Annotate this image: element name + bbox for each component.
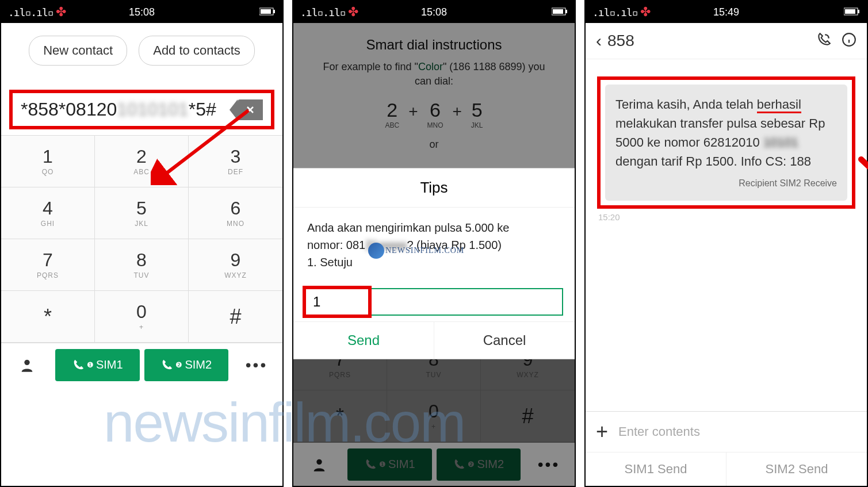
key-4[interactable]: 4GHI	[1, 187, 95, 239]
key-hash[interactable]: #	[189, 291, 282, 343]
bottom-bar: ❶SIM1 ❷SIM2 •••	[1, 343, 282, 386]
message-bubble: Terima kasih, Anda telah berhasil melaku…	[605, 85, 847, 201]
svg-point-4	[24, 359, 29, 365]
send-button[interactable]: Send	[293, 322, 434, 359]
sim2-send-button[interactable]: SIM2 Send	[726, 453, 867, 486]
signal-icon: .ıl▫.ıl▫	[300, 6, 346, 18]
new-contact-button[interactable]: New contact	[29, 36, 127, 66]
call-sim1-button[interactable]: ❶SIM1	[55, 349, 140, 381]
screen-sms: .ıl▫.ıl▫✤ 15:49 ‹ 858 Terima kasih, Anda…	[584, 0, 868, 487]
svg-rect-10	[858, 10, 859, 13]
message-time: 15:20	[598, 212, 867, 222]
status-time: 15:08	[129, 6, 155, 18]
attach-button[interactable]: +	[596, 420, 608, 444]
status-time: 15:49	[713, 6, 739, 18]
carrier-icon: ✤	[56, 5, 66, 20]
sender-title: 858	[607, 32, 806, 50]
key-6[interactable]: 6MNO	[189, 187, 282, 239]
cancel-button[interactable]: Cancel	[434, 322, 575, 359]
checkmark-annotation	[855, 139, 868, 179]
key-star[interactable]: *	[1, 291, 95, 343]
svg-rect-6	[565, 10, 567, 13]
info-icon[interactable]	[831, 32, 856, 49]
carrier-icon: ✤	[640, 5, 651, 20]
ussd-input[interactable]	[305, 288, 563, 316]
key-7[interactable]: 7PQRS	[1, 239, 95, 291]
back-button[interactable]: ‹	[596, 31, 602, 51]
signal-icon: .ıl▫.ıl▫	[592, 6, 638, 18]
popup-title: Tips	[293, 168, 575, 208]
message-header: ‹ 858	[586, 23, 867, 59]
recipient-label: Recipient SIM2 Receive	[615, 177, 837, 190]
key-1[interactable]: 1QO	[1, 136, 95, 187]
popup-body: Anda akan mengirimkan pulsa 5.000 ke nom…	[293, 208, 575, 282]
status-time: 15:08	[421, 6, 447, 18]
battery-icon	[552, 6, 568, 18]
battery-icon	[844, 6, 860, 18]
key-5[interactable]: 5JKL	[95, 187, 189, 239]
screen-ussd-popup: .ıl▫.ıl▫✤ 15:08 Smart dial instructions …	[292, 0, 576, 487]
ussd-popup: Tips Anda akan mengirimkan pulsa 5.000 k…	[293, 168, 575, 359]
status-bar: .ıl▫.ıl▫✤ 15:08	[1, 1, 282, 23]
key-0[interactable]: 0+	[95, 291, 189, 343]
svg-rect-7	[553, 9, 563, 14]
svg-line-3	[162, 110, 248, 177]
message-input-area: + Enter contents SIM1 Send SIM2 Send	[586, 411, 867, 486]
svg-rect-2	[261, 9, 271, 14]
more-icon[interactable]: •••	[231, 356, 282, 374]
svg-rect-1	[273, 10, 275, 13]
signal-icon: .ıl▫.ıl▫	[8, 6, 53, 18]
key-8[interactable]: 8TUV	[95, 239, 189, 291]
battery-icon	[259, 6, 276, 18]
message-highlight: Terima kasih, Anda telah berhasil melaku…	[597, 76, 855, 209]
message-input[interactable]: Enter contents	[618, 424, 700, 439]
status-bar: .ıl▫.ıl▫✤ 15:49	[586, 1, 867, 23]
status-bar: .ıl▫.ıl▫✤ 15:08	[293, 1, 575, 23]
sim1-send-button[interactable]: SIM1 Send	[586, 453, 726, 486]
call-icon[interactable]	[806, 32, 831, 49]
carrier-icon: ✤	[348, 5, 358, 20]
key-9[interactable]: 9WXYZ	[189, 239, 282, 291]
screen-dialer: .ıl▫.ıl▫✤ 15:08 New contact Add to conta…	[0, 0, 284, 487]
arrow-annotation	[151, 105, 254, 185]
svg-rect-11	[845, 9, 855, 14]
call-sim2-button[interactable]: ❷SIM2	[144, 349, 229, 381]
add-to-contacts-button[interactable]: Add to contacts	[139, 36, 255, 66]
contacts-icon[interactable]	[1, 357, 53, 373]
